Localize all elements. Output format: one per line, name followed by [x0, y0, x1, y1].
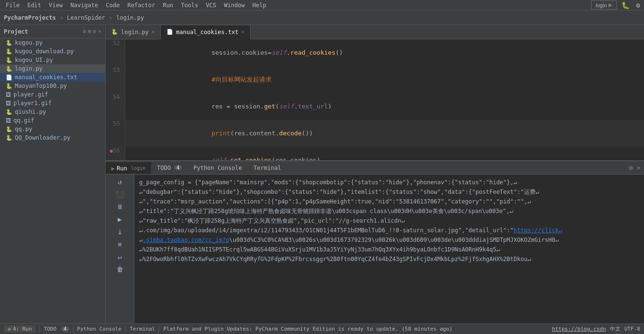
- sidebar-close-icon[interactable]: ✕: [98, 28, 101, 35]
- line-content[interactable]: self.set_cookies(res.cookies): [125, 147, 644, 160]
- encoding-label[interactable]: UTF-8: [624, 326, 640, 332]
- sidebar-item-label: MaoyanTop100.py: [15, 83, 67, 89]
- sidebar-item-player1-gif[interactable]: 🖼 player1.gif: [0, 99, 105, 107]
- py-icon: 🐍: [6, 83, 12, 89]
- menu-edit[interactable]: Edit: [24, 1, 45, 10]
- sidebar-item-qq-downloader-py[interactable]: 🐍 QQ_Downloader.py: [0, 133, 105, 142]
- line-content[interactable]: #向目标网站发起请求: [125, 66, 644, 93]
- bottom-toolbar: ⚙ ×: [626, 162, 644, 173]
- status-right: https://blog.csdn 中文 UTF-8: [552, 325, 640, 333]
- run-output[interactable]: g_page_config = {"pageName":"mainsrp","m…: [134, 175, 644, 323]
- sidebar-file-list: 🐍 kugou.py 🐍 kugou_download.py 🐍 kugou_U…: [0, 38, 105, 323]
- python-console-status[interactable]: Python Console: [77, 326, 122, 332]
- txt-tab-icon: 📄: [167, 29, 173, 35]
- sidebar-item-qiushi-py[interactable]: 🐍 qiushi.py: [0, 107, 105, 116]
- code-editor[interactable]: 52 session.cookies=self.read_cookies() 5…: [106, 39, 644, 160]
- todo-status-item[interactable]: TODO 4: [44, 326, 69, 332]
- menu-view[interactable]: View: [45, 1, 67, 10]
- step-icon[interactable]: ▶: [116, 214, 123, 225]
- run-play-icon: ▶: [608, 2, 612, 8]
- sidebar-item-kugou-download-py[interactable]: 🐍 kugou_download.py: [0, 47, 105, 56]
- rerun-icon[interactable]: ↺: [116, 177, 123, 187]
- filter-icon[interactable]: ≡: [116, 239, 123, 250]
- run-target-label: login: [131, 166, 145, 171]
- tab-manual-cookies-txt[interactable]: 📄 manual_cookies.txt ×: [161, 25, 250, 39]
- line-content[interactable]: print(res.content.decode()): [125, 120, 644, 147]
- sidebar-item-manual-cookies-txt[interactable]: 📄 manual_cookies.txt: [0, 73, 105, 82]
- menu-navigate[interactable]: Navigate: [67, 1, 102, 10]
- scroll-end-icon[interactable]: ⤓: [116, 227, 124, 237]
- menu-file[interactable]: File: [2, 1, 24, 10]
- status-message: Platform and Plugin Updates: PyCharm Com…: [163, 326, 453, 332]
- detail-url-link[interactable]: https://click↵: [513, 227, 562, 234]
- run-label: login: [596, 2, 607, 8]
- separator-icon: ›: [60, 14, 63, 21]
- sidebar-item-maoyan-py[interactable]: 🐍 MaoyanTop100.py: [0, 82, 105, 90]
- sidebar-item-player-gif[interactable]: 🖼 player.gif: [0, 90, 105, 99]
- lang-label[interactable]: 中文: [610, 325, 620, 333]
- menu-help[interactable]: Help: [249, 1, 270, 10]
- simba-link[interactable]: .simba.taobao.com/cc_im?p: [143, 237, 229, 243]
- py-icon: 🐍: [6, 126, 12, 132]
- breadcrumb-learnspider[interactable]: LearnSpider: [67, 14, 105, 21]
- run-indicator: ▶: [111, 165, 115, 172]
- clear-icon[interactable]: 🗑: [115, 264, 125, 274]
- sidebar-expand-icon[interactable]: ⊞: [88, 28, 91, 35]
- sidebar-item-label: login.py: [15, 65, 43, 72]
- settings-icon[interactable]: ⚙: [634, 1, 642, 9]
- tab-todo[interactable]: TODO 4: [151, 163, 188, 173]
- blog-link[interactable]: https://blog.csdn: [552, 326, 606, 332]
- tab-run[interactable]: ▶ Run login: [106, 162, 151, 174]
- gif-icon: 🖼: [6, 100, 11, 107]
- close-panel-icon[interactable]: ×: [635, 163, 642, 172]
- line-number: 54: [106, 93, 125, 120]
- tab-close-manual-cookies[interactable]: ×: [241, 29, 244, 35]
- sidebar-collapse-icon[interactable]: ⊟: [93, 28, 96, 35]
- menu-window[interactable]: Window: [220, 1, 249, 10]
- menu-refactor[interactable]: Refactor: [123, 1, 159, 10]
- menu-tools[interactable]: Tools: [177, 1, 202, 10]
- sidebar-item-label: manual_cookies.txt: [15, 74, 77, 81]
- sidebar-item-login-py[interactable]: 🐍 login.py: [0, 64, 105, 73]
- py-tab-icon: 🐍: [111, 29, 118, 35]
- todo-count: 4: [61, 326, 69, 332]
- run-left-panel: ↺ ⬛ ⏸ ▶ ⤓ ≡ ↵ 🗑: [106, 175, 134, 323]
- line-number: 52: [106, 39, 125, 66]
- softwrap-icon[interactable]: ↵: [116, 251, 123, 262]
- sidebar-item-kugou-ui-py[interactable]: 🐍 kugou_UI.py: [0, 56, 105, 64]
- bottom-panel-tabs: ▶ Run login TODO 4 Python Console Termin…: [106, 162, 626, 174]
- sidebar: Project ⚙ ⊞ ⊟ ✕ 🐍 kugou.py 🐍 kugou_downl…: [0, 25, 106, 323]
- line-content[interactable]: res = session.get(self.test_url): [125, 93, 644, 120]
- line-number: 53: [106, 66, 125, 93]
- run-status-item[interactable]: ● 4: Run: [4, 325, 36, 333]
- txt-icon: 📄: [6, 74, 12, 81]
- settings-panel-icon[interactable]: ⚙: [628, 163, 634, 172]
- sidebar-item-qq-py[interactable]: 🐍 qq.py: [0, 125, 105, 133]
- tab-python-console[interactable]: Python Console: [188, 163, 248, 173]
- tab-label: manual_cookies.txt: [176, 29, 239, 36]
- separator: [39, 325, 40, 333]
- sidebar-item-label: qq.py: [15, 126, 32, 132]
- tab-close-login[interactable]: ×: [152, 29, 155, 35]
- project-tab[interactable]: PycharmProjects: [4, 14, 56, 21]
- menu-run[interactable]: Run: [159, 1, 177, 10]
- code-line-53: 53 #向目标网站发起请求: [106, 66, 644, 93]
- tab-terminal[interactable]: Terminal: [248, 163, 287, 173]
- debug-icon[interactable]: 🐛: [620, 1, 632, 9]
- separator3: [125, 325, 126, 333]
- sidebar-item-label: QQ_Downloader.py: [15, 134, 71, 141]
- run-button[interactable]: login ▶: [591, 0, 616, 10]
- menu-code[interactable]: Code: [102, 1, 124, 10]
- sidebar-item-qq-gif[interactable]: 🖼 qq.gif: [0, 116, 105, 125]
- menu-vcs[interactable]: VCS: [202, 1, 220, 10]
- pause-icon[interactable]: ⏸: [115, 202, 125, 212]
- terminal-status[interactable]: Terminal: [130, 326, 155, 332]
- tab-login-py[interactable]: 🐍 login.py ×: [106, 25, 161, 39]
- sidebar-settings-icon[interactable]: ⚙: [83, 28, 86, 35]
- sidebar-item-kugou-py[interactable]: 🐍 kugou.py: [0, 38, 105, 47]
- stop-icon[interactable]: ⬛: [114, 189, 125, 200]
- todo-badge: 4: [174, 165, 182, 170]
- run-line-5: ↵"raw_title":"枫泾丁蹄258g上海特产丁义兴真空熟食卤","pic…: [139, 216, 639, 226]
- line-content[interactable]: session.cookies=self.read_cookies(): [125, 39, 644, 66]
- run-status-label: 4: Run: [13, 326, 32, 332]
